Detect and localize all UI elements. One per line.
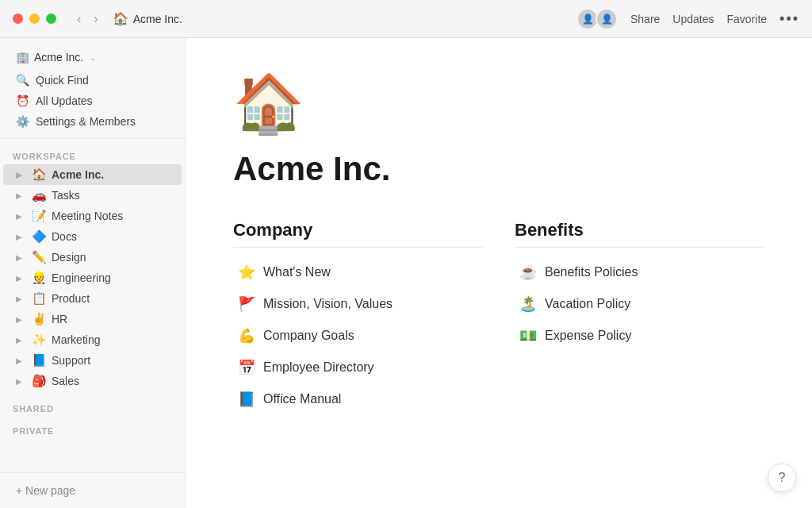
title-bar-right: 👤 👤 Share Updates Favorite ••• — [576, 8, 799, 30]
list-item[interactable]: 💪 Company Goals — [233, 321, 483, 351]
forward-button[interactable]: › — [89, 10, 102, 28]
breadcrumb-text: Acme Inc. — [133, 13, 182, 25]
company-section-title: Company — [233, 220, 483, 248]
benefits-section: Benefits ☕ Benefits Policies 🏝️ Vacation… — [515, 220, 764, 414]
benefits-section-title: Benefits — [515, 220, 764, 248]
list-item[interactable]: 📘 Office Manual — [233, 384, 483, 414]
chevron-right-icon: ▶ — [16, 336, 27, 344]
sidebar-item-product-label: Product — [52, 292, 169, 305]
page-grid: Company ⭐ What's New 🚩 Mission, Vision, … — [233, 220, 764, 414]
list-item[interactable]: ⭐ What's New — [233, 257, 483, 287]
sidebar-item-meeting-notes[interactable]: ▶ 📝 Meeting Notes — [3, 206, 182, 226]
chevron-right-icon: ▶ — [16, 212, 27, 221]
avatars: 👤 👤 — [576, 8, 618, 30]
help-button[interactable]: ? — [768, 464, 796, 492]
acme-emoji: 🏠 — [32, 167, 47, 182]
sidebar-item-sales[interactable]: ▶ 🎒 Sales — [3, 371, 182, 391]
list-item[interactable]: 🏝️ Vacation Policy — [515, 289, 764, 319]
chevron-right-icon: ▶ — [16, 356, 27, 365]
sidebar-item-acme-label: Acme Inc. — [52, 168, 169, 181]
sidebar-item-engineering-label: Engineering — [52, 271, 169, 284]
favorite-button[interactable]: Favorite — [727, 13, 768, 25]
chevron-right-icon: ▶ — [16, 315, 27, 324]
sidebar: 🏢 Acme Inc. ⌄ 🔍 Quick Find ⏰ All Updates… — [0, 38, 186, 508]
hr-emoji: ✌️ — [32, 312, 47, 326]
company-section: Company ⭐ What's New 🚩 Mission, Vision, … — [233, 220, 483, 414]
sidebar-item-docs-label: Docs — [52, 230, 169, 243]
breadcrumb: 🏠 Acme Inc. — [113, 11, 182, 26]
sidebar-item-design[interactable]: ▶ ✏️ Design — [3, 247, 182, 267]
shared-section-label: SHARED — [0, 404, 185, 414]
mission-label: Mission, Vision, Values — [263, 297, 393, 311]
share-button[interactable]: Share — [630, 13, 660, 25]
list-item[interactable]: ☕ Benefits Policies — [515, 257, 764, 287]
breadcrumb-icon: 🏠 — [113, 11, 128, 26]
sidebar-item-meeting-notes-label: Meeting Notes — [52, 210, 169, 222]
private-section: PRIVATE — [0, 420, 185, 442]
sidebar-footer: + New page — [0, 472, 185, 508]
workspace-chevron-icon: ⌄ — [90, 53, 96, 62]
chevron-right-icon: ▶ — [16, 253, 27, 262]
whats-new-label: What's New — [263, 265, 331, 279]
back-button[interactable]: ‹ — [72, 10, 86, 28]
design-emoji: ✏️ — [32, 250, 47, 264]
coffee-icon: ☕ — [519, 264, 537, 281]
workspace-section-label: WORKSPACE — [0, 152, 185, 161]
chevron-right-icon: ▶ — [16, 377, 27, 386]
chevron-right-icon: ▶ — [16, 233, 27, 241]
benefits-policies-label: Benefits Policies — [545, 265, 638, 279]
sidebar-item-quick-find[interactable]: 🔍 Quick Find — [3, 70, 182, 90]
star-icon: ⭐ — [238, 264, 255, 281]
sidebar-item-marketing-label: Marketing — [52, 333, 169, 346]
sidebar-item-engineering[interactable]: ▶ 👷 Engineering — [3, 267, 182, 288]
support-emoji: 📘 — [32, 353, 47, 368]
sidebar-item-acme-inc[interactable]: ▶ 🏠 Acme Inc. — [3, 164, 182, 185]
page-emoji: 🏠 — [233, 70, 764, 137]
chevron-down-icon: ▶ — [16, 171, 27, 179]
sidebar-item-support[interactable]: ▶ 📘 Support — [3, 350, 182, 371]
calendar-icon: 📅 — [238, 359, 255, 376]
sidebar-item-hr[interactable]: ▶ ✌️ HR — [3, 309, 182, 329]
sidebar-item-quick-find-label: Quick Find — [36, 74, 89, 87]
chevron-right-icon: ▶ — [16, 294, 27, 303]
list-item[interactable]: 📅 Employee Directory — [233, 352, 483, 383]
sidebar-item-settings[interactable]: ⚙️ Settings & Members — [3, 111, 182, 132]
workspace-label: Acme Inc. — [34, 51, 83, 64]
workspace-section: WORKSPACE ▶ 🏠 Acme Inc. ▶ 🚗 Tasks ▶ 📝 Me… — [0, 139, 185, 394]
sidebar-item-tasks-label: Tasks — [52, 189, 169, 202]
employee-directory-label: Employee Directory — [263, 360, 374, 375]
chevron-right-icon: ▶ — [16, 191, 27, 200]
engineering-emoji: 👷 — [32, 271, 47, 285]
private-section-label: PRIVATE — [0, 426, 185, 436]
maximize-button[interactable] — [46, 13, 56, 24]
sidebar-item-design-label: Design — [52, 251, 169, 264]
book-icon: 📘 — [238, 391, 255, 408]
office-manual-label: Office Manual — [263, 392, 341, 406]
sidebar-item-product[interactable]: ▶ 📋 Product — [3, 288, 182, 309]
close-button[interactable] — [13, 13, 23, 24]
sidebar-item-all-updates[interactable]: ⏰ All Updates — [3, 90, 182, 111]
workspace-emoji: 🏢 — [16, 51, 29, 64]
minimize-button[interactable] — [29, 13, 40, 24]
title-bar: ‹ › 🏠 Acme Inc. 👤 👤 Share Updates Favori… — [0, 0, 812, 38]
sidebar-item-marketing[interactable]: ▶ ✨ Marketing — [3, 329, 182, 350]
updates-button[interactable]: Updates — [672, 13, 714, 25]
page-title: Acme Inc. — [233, 150, 764, 188]
sidebar-item-tasks[interactable]: ▶ 🚗 Tasks — [3, 185, 182, 206]
expense-policy-label: Expense Policy — [545, 329, 631, 343]
meeting-notes-emoji: 📝 — [32, 209, 47, 223]
workspace-name-row[interactable]: 🏢 Acme Inc. ⌄ — [3, 44, 182, 70]
chevron-right-icon: ▶ — [16, 274, 27, 283]
sidebar-item-docs[interactable]: ▶ 🔷 Docs — [3, 226, 182, 247]
nav-buttons: ‹ › — [72, 10, 103, 28]
sidebar-top: 🏢 Acme Inc. ⌄ 🔍 Quick Find ⏰ All Updates… — [0, 38, 185, 139]
more-button[interactable]: ••• — [779, 10, 799, 27]
new-page-button[interactable]: + New page — [3, 479, 182, 502]
sales-emoji: 🎒 — [32, 374, 47, 388]
avatar-2: 👤 — [596, 8, 618, 30]
sidebar-item-sales-label: Sales — [52, 375, 169, 387]
vacation-policy-label: Vacation Policy — [545, 297, 630, 311]
list-item[interactable]: 🚩 Mission, Vision, Values — [233, 289, 483, 319]
list-item[interactable]: 💵 Expense Policy — [515, 321, 764, 351]
sidebar-item-support-label: Support — [52, 354, 169, 367]
